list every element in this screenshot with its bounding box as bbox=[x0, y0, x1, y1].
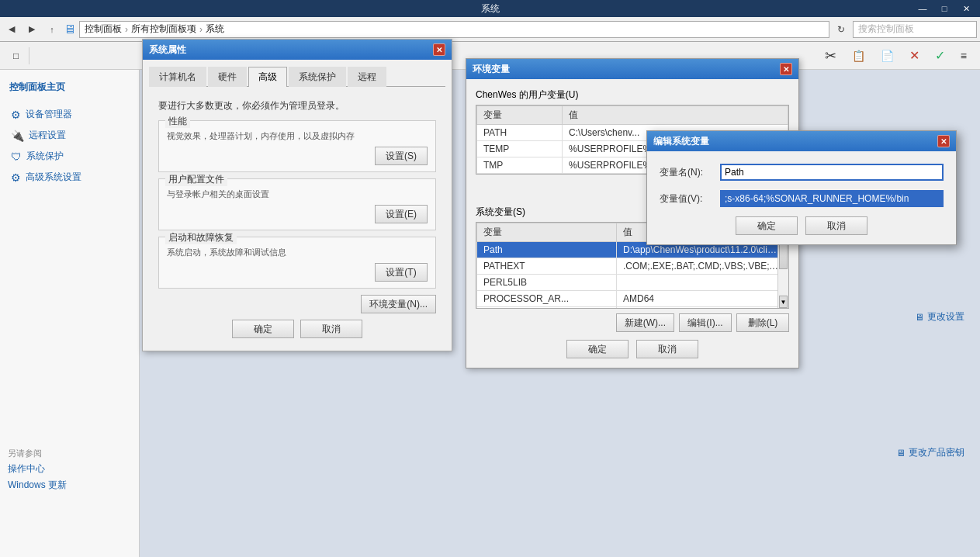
minimize-button[interactable]: — bbox=[912, 0, 933, 17]
sysprops-cancel-btn[interactable]: 取消 bbox=[300, 320, 362, 338]
forward-button[interactable]: ▶ bbox=[23, 21, 40, 38]
user-var-path-name: PATH bbox=[477, 125, 563, 141]
user-profile-section: 用户配置文件 与登录帐户相关的桌面设置 设置(E) bbox=[158, 178, 436, 230]
env-controls: ✕ bbox=[780, 63, 792, 75]
sidebar-item-advanced-settings[interactable]: ⚙ 高级系统设置 bbox=[6, 168, 133, 187]
user-profile-title: 用户配置文件 bbox=[165, 173, 227, 186]
search-box[interactable]: 搜索控制面板 bbox=[853, 21, 977, 38]
startup-desc: 系统启动，系统故障和调试信息 bbox=[167, 247, 428, 258]
tab-system-protection[interactable]: 系统保护 bbox=[289, 67, 346, 87]
sys-new-btn[interactable]: 新建(W)... bbox=[616, 313, 674, 332]
action-center-link[interactable]: 操作中心 bbox=[8, 462, 67, 476]
back-button[interactable]: ◀ bbox=[3, 21, 20, 38]
var-name-input[interactable] bbox=[720, 164, 944, 181]
user-var-col-name: 变量 bbox=[477, 106, 563, 125]
scrollbar-down[interactable]: ▼ bbox=[779, 296, 788, 308]
sysprops-title-bar: 系统属性 ✕ bbox=[143, 40, 452, 60]
user-vars-title: ChenWes 的用户变量(U) bbox=[476, 88, 789, 102]
bottom-links: 另请参阅 操作中心 Windows 更新 bbox=[8, 448, 67, 495]
var-value-row: 变量值(V): bbox=[660, 190, 944, 207]
var-name-label: 变量名(N): bbox=[660, 166, 714, 179]
right-product-links: 🖥 更改产品密钥 bbox=[896, 446, 964, 459]
refresh-button[interactable]: ↻ bbox=[833, 21, 850, 38]
sys-var-processor-ar-name: PROCESSOR_AR... bbox=[477, 291, 617, 307]
change-product-link[interactable]: 🖥 更改产品密钥 bbox=[896, 446, 964, 459]
edit-dialog-close[interactable]: ✕ bbox=[937, 135, 950, 147]
edit-cancel-btn[interactable]: 取消 bbox=[805, 216, 867, 235]
performance-section: 性能 视觉效果，处理器计划，内存使用，以及虚拟内存 设置(S) bbox=[158, 120, 436, 172]
copy-button[interactable]: 📋 bbox=[845, 45, 872, 67]
sys-var-pathext-value: .COM;.EXE;.BAT;.CMD;.VBS;.VBE;.JS;.JSE;.… bbox=[617, 258, 788, 275]
path-part-2[interactable]: 所有控制面板项 bbox=[131, 22, 196, 36]
device-manager-icon: ⚙ bbox=[11, 109, 21, 121]
up-button[interactable]: ↑ bbox=[43, 21, 61, 38]
remote-settings-icon: 🔌 bbox=[11, 130, 24, 142]
close-button[interactable]: ✕ bbox=[955, 0, 977, 17]
sidebar-item-remote-settings[interactable]: 🔌 远程设置 bbox=[6, 126, 133, 145]
sys-delete-btn[interactable]: 删除(L) bbox=[736, 313, 789, 332]
user-profile-settings-btn[interactable]: 设置(E) bbox=[375, 205, 428, 223]
address-path[interactable]: 控制面板 › 所有控制面板项 › 系统 bbox=[79, 21, 829, 38]
sysprops-close[interactable]: ✕ bbox=[433, 43, 445, 56]
sys-var-perl-name: PERL5LIB bbox=[477, 275, 617, 291]
sys-var-row-pathext[interactable]: PATHEXT .COM;.EXE;.BAT;.CMD;.VBS;.VBE;.J… bbox=[477, 258, 788, 275]
performance-desc: 视觉效果，处理器计划，内存使用，以及虚拟内存 bbox=[167, 130, 428, 142]
paste-button[interactable]: 📄 bbox=[874, 45, 901, 67]
layout-button[interactable]: ≡ bbox=[954, 45, 974, 67]
sys-var-row-processor-ide[interactable]: PROCESSOR_IDE... Intel64 Family 6 Model … bbox=[477, 307, 788, 309]
sys-edit-btn[interactable]: 编辑(I)... bbox=[679, 313, 732, 332]
scissors-button[interactable]: ✂ bbox=[818, 45, 843, 67]
maximize-button[interactable]: □ bbox=[933, 0, 955, 17]
performance-settings-btn[interactable]: 设置(S) bbox=[375, 147, 428, 165]
left-panel: 控制面板主页 ⚙ 设备管理器 🔌 远程设置 🛡 系统保护 ⚙ 高级系统设置 另请… bbox=[0, 70, 140, 557]
sys-var-row-processor-ar[interactable]: PROCESSOR_AR... AMD64 bbox=[477, 291, 788, 307]
user-var-tmp-name: TMP bbox=[477, 157, 563, 174]
edit-ok-btn[interactable]: 确定 bbox=[736, 216, 798, 235]
system-vars-buttons: 新建(W)... 编辑(I)... 删除(L) bbox=[476, 313, 789, 332]
delete-button[interactable]: ✕ bbox=[902, 45, 926, 67]
tab-computer-name[interactable]: 计算机名 bbox=[149, 67, 206, 87]
env-cancel-btn[interactable]: 取消 bbox=[636, 340, 698, 358]
user-profile-desc: 与登录帐户相关的桌面设置 bbox=[167, 189, 428, 200]
change-settings-icon: 🖥 bbox=[915, 312, 924, 323]
admin-note: 要进行大多数更改，你必须作为管理员登录。 bbox=[158, 99, 436, 112]
sys-var-processor-ide-name: PROCESSOR_IDE... bbox=[477, 307, 617, 309]
var-name-row: 变量名(N): bbox=[660, 164, 944, 181]
startup-settings-btn[interactable]: 设置(T) bbox=[375, 263, 428, 282]
checkmark-button[interactable]: ✓ bbox=[928, 45, 952, 67]
window-title: 系统 bbox=[481, 2, 500, 16]
system-protection-icon: 🛡 bbox=[11, 150, 22, 163]
sysprops-ok-btn[interactable]: 确定 bbox=[232, 320, 294, 338]
edit-dialog-content: 变量名(N): 变量值(V): 确定 取消 bbox=[647, 151, 956, 244]
desktop: 系统 — □ ✕ ◀ ▶ ↑ 🖥 控制面板 › 所有控制面板项 › 系统 ↻ 搜… bbox=[0, 0, 980, 557]
edit-dialog: 编辑系统变量 ✕ 变量名(N): 变量值(V): 确定 取消 bbox=[646, 130, 957, 245]
env-close[interactable]: ✕ bbox=[780, 63, 792, 75]
tab-remote[interactable]: 远程 bbox=[348, 67, 386, 87]
env-ok-btn[interactable]: 确定 bbox=[566, 340, 629, 358]
env-title: 环境变量 bbox=[473, 63, 510, 76]
device-manager-label: 设备管理器 bbox=[26, 108, 72, 121]
see-also-label: 另请参阅 bbox=[8, 448, 67, 459]
sys-var-row-perl[interactable]: PERL5LIB bbox=[477, 275, 788, 291]
edit-dialog-buttons: 确定 取消 bbox=[660, 216, 944, 235]
change-product-text: 更改产品密钥 bbox=[909, 446, 964, 459]
windows-update-link[interactable]: Windows 更新 bbox=[8, 479, 67, 492]
organize-button[interactable]: □ bbox=[6, 46, 26, 66]
sys-var-perl-value bbox=[617, 275, 788, 291]
sysprops-content: 计算机名 硬件 高级 系统保护 远程 要进行大多数更改，你必须作为管理员登录。 … bbox=[143, 60, 452, 351]
var-value-input[interactable] bbox=[720, 190, 944, 207]
toolbar-separator bbox=[29, 47, 29, 64]
change-settings-link[interactable]: 🖥 更改设置 bbox=[915, 310, 964, 323]
sys-var-pathext-name: PATHEXT bbox=[477, 258, 617, 275]
change-settings-text: 更改设置 bbox=[927, 310, 964, 323]
env-vars-button[interactable]: 环境变量(N)... bbox=[361, 295, 436, 313]
system-protection-label: 系统保护 bbox=[26, 150, 64, 163]
sidebar-item-system-protection[interactable]: 🛡 系统保护 bbox=[6, 147, 133, 166]
tab-hardware[interactable]: 硬件 bbox=[208, 67, 247, 87]
path-part-1[interactable]: 控制面板 bbox=[85, 22, 122, 36]
sidebar-item-device-manager[interactable]: ⚙ 设备管理器 bbox=[6, 105, 133, 124]
sysprops-title: 系统属性 bbox=[149, 43, 186, 57]
path-part-3[interactable]: 系统 bbox=[206, 22, 224, 36]
tab-advanced[interactable]: 高级 bbox=[248, 67, 287, 87]
path-sep-1: › bbox=[125, 24, 128, 35]
